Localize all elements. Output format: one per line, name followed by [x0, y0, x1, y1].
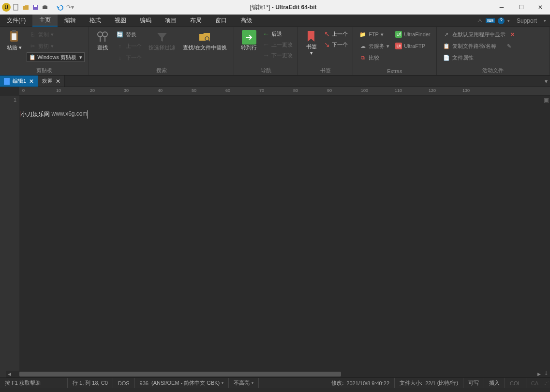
- file-tab-welcome[interactable]: 欢迎 ✕: [38, 75, 65, 87]
- lock-icon[interactable]: ⤓: [544, 370, 549, 377]
- line-gutter: 1: [0, 96, 19, 377]
- compare-button[interactable]: ⧉比较: [357, 52, 391, 63]
- menu-view[interactable]: 视图: [108, 15, 133, 27]
- print-icon[interactable]: [41, 3, 49, 12]
- status-insert[interactable]: 插入: [484, 378, 505, 388]
- fold-icon[interactable]: ▣: [544, 97, 549, 104]
- window-title: [编辑1*] - UltraEdit 64-bit: [74, 3, 492, 12]
- filter-button[interactable]: 按选择过滤: [146, 29, 178, 52]
- ribbon-label-extras: Extras: [357, 67, 432, 75]
- nav-next-change-button[interactable]: →下一更改: [262, 50, 294, 60]
- status-highlight[interactable]: 不高亮▾: [229, 378, 259, 388]
- maximize-button[interactable]: ☐: [511, 0, 531, 15]
- vertical-scroll[interactable]: ▣ ⤓: [542, 96, 550, 377]
- search-next-button[interactable]: ↓下一个: [114, 52, 144, 63]
- editor-area: 1 |小刀娱乐网 www.x6g.com ▣ ⤓ ◀ ▶: [0, 96, 550, 377]
- minimize-button[interactable]: ─: [492, 0, 511, 15]
- bookmark-prev-button[interactable]: ↖上一个: [323, 29, 349, 39]
- ribbon-label-search: 搜索: [93, 66, 230, 75]
- scroll-left-icon[interactable]: ◀: [6, 371, 13, 377]
- menu-layout[interactable]: 布局: [183, 15, 208, 27]
- status-filesize: 文件大小: 22/1 (比特/行): [395, 378, 463, 388]
- tab-close-icon[interactable]: ✕: [29, 78, 34, 85]
- bookmark-next-button[interactable]: ↘下一个: [323, 40, 349, 49]
- redo-icon[interactable]: ↷▾: [66, 3, 74, 12]
- ribbon-label-activefile: 活动文件: [441, 66, 546, 75]
- ruler-tick: 10: [56, 88, 61, 93]
- ruler: 0102030405060708090100110120130: [19, 87, 550, 96]
- ribbon-group-activefile: ↗在默认应用程序中显示 ✕ 📋复制文件路径/名称 ✎ 📄文件属性 活动文件: [437, 27, 550, 75]
- tab-close-icon[interactable]: ✕: [56, 78, 60, 85]
- save-icon[interactable]: [31, 3, 40, 12]
- status-col-mode[interactable]: COL: [505, 378, 526, 388]
- ruler-tick: 30: [124, 88, 129, 93]
- horizontal-scrollbar[interactable]: ◀ ▶: [6, 371, 542, 377]
- clipboard-select[interactable]: 📋 Windows 剪贴板▾: [27, 52, 85, 62]
- status-caps: CA: [526, 378, 543, 388]
- replace-button[interactable]: 🔄替换: [114, 29, 144, 40]
- status-codepage[interactable]: 936 (ANSI/OEM - 简体中文 GBK)▾: [135, 378, 229, 388]
- paste-button[interactable]: 粘贴 ▾: [4, 29, 25, 52]
- svg-rect-3: [43, 6, 47, 9]
- status-readwrite[interactable]: 可写: [463, 378, 484, 388]
- menu-home[interactable]: 主页: [32, 15, 58, 27]
- open-file-icon[interactable]: [21, 3, 30, 12]
- bookmark-button[interactable]: 书签▾: [302, 29, 321, 57]
- ultraftp-button[interactable]: UtUltraFTP: [393, 41, 432, 51]
- copy-button[interactable]: ⎘复制 ▾: [27, 29, 85, 40]
- scroll-thumb[interactable]: [19, 372, 341, 377]
- ribbon: 粘贴 ▾ ⎘复制 ▾ ✂剪切 ▾ 📋 Windows 剪贴板▾ 剪贴板 查找 🔄…: [0, 27, 550, 75]
- menu-advanced[interactable]: 高级: [234, 15, 259, 27]
- status-modified: 修改: 2021/10/8 9:40:22: [327, 378, 395, 388]
- keyboard-icon[interactable]: ⌨: [486, 18, 495, 23]
- close-x-icon[interactable]: ✕: [510, 31, 515, 38]
- menu-window[interactable]: 窗口: [208, 15, 234, 27]
- ruler-tick: 80: [293, 88, 298, 93]
- ribbon-group-clipboard: 粘贴 ▾ ⎘复制 ▾ ✂剪切 ▾ 📋 Windows 剪贴板▾ 剪贴板: [0, 27, 89, 75]
- ruler-tick: 130: [462, 88, 470, 93]
- svg-rect-2: [34, 5, 37, 7]
- help-icon[interactable]: ?: [498, 17, 505, 24]
- ruler-tick: 60: [225, 88, 230, 93]
- status-help: 按 F1 获取帮助: [0, 378, 68, 388]
- ribbon-group-nav: ➔ 转到行 ←后退 ←上一更改 →下一更改 导航: [234, 27, 298, 75]
- support-link[interactable]: Support: [513, 17, 541, 24]
- new-file-icon[interactable]: [12, 3, 20, 12]
- menu-edit[interactable]: 编辑: [58, 15, 83, 27]
- svg-rect-6: [12, 30, 16, 32]
- cut-button[interactable]: ✂剪切 ▾: [27, 41, 85, 51]
- file-tab-edit1[interactable]: 编辑1 ✕: [0, 75, 38, 87]
- ribbon-collapse-icon[interactable]: ㅅ: [477, 16, 483, 25]
- cloud-button[interactable]: ☁云服务 ▾: [357, 41, 391, 51]
- menu-file[interactable]: 文件(F): [0, 15, 32, 27]
- ribbon-group-search: 查找 🔄替换 ↑上一个 ↓下一个 按选择过滤 查找/在文件中替换 搜索: [89, 27, 234, 75]
- ruler-tick: 100: [361, 88, 368, 93]
- find-button[interactable]: 查找: [93, 29, 112, 52]
- ruler-tick: 0: [22, 88, 25, 93]
- menu-project[interactable]: 项目: [158, 15, 183, 27]
- app-icon: U: [2, 3, 11, 12]
- ruler-tick: 40: [158, 88, 163, 93]
- nav-prev-change-button[interactable]: ←上一更改: [262, 40, 294, 49]
- editor-content[interactable]: |小刀娱乐网 www.x6g.com: [19, 96, 542, 377]
- resize-grip-icon[interactable]: ⋰: [543, 380, 550, 386]
- close-button[interactable]: ✕: [531, 0, 550, 15]
- find-in-files-button[interactable]: 查找/在文件中替换: [180, 29, 230, 52]
- scroll-right-icon[interactable]: ▶: [535, 371, 542, 377]
- search-prev-button[interactable]: ↑上一个: [114, 41, 144, 51]
- undo-icon[interactable]: [56, 3, 65, 12]
- open-default-button[interactable]: ↗在默认应用程序中显示 ✕: [441, 29, 517, 40]
- rename-icon[interactable]: ✎: [507, 43, 511, 49]
- menu-format[interactable]: 格式: [83, 15, 108, 27]
- tabs-dropdown-icon[interactable]: ▾: [542, 75, 550, 87]
- ftp-button[interactable]: 📁FTP ▾: [357, 29, 391, 40]
- ultrafinder-button[interactable]: UfUltraFinder: [393, 29, 432, 40]
- goto-button[interactable]: ➔ 转到行: [238, 29, 260, 52]
- nav-back-button[interactable]: ←后退: [262, 29, 294, 39]
- menu-encoding[interactable]: 编码: [133, 15, 158, 27]
- file-props-button[interactable]: 📄文件属性: [441, 52, 517, 63]
- ribbon-label-bookmark: 书签: [302, 66, 349, 75]
- copy-path-button[interactable]: 📋复制文件路径/名称 ✎: [441, 41, 517, 51]
- ribbon-group-extras: 📁FTP ▾ ☁云服务 ▾ ⧉比较 UfUltraFinder UtUltraF…: [353, 27, 436, 75]
- status-eol[interactable]: DOS: [113, 378, 135, 388]
